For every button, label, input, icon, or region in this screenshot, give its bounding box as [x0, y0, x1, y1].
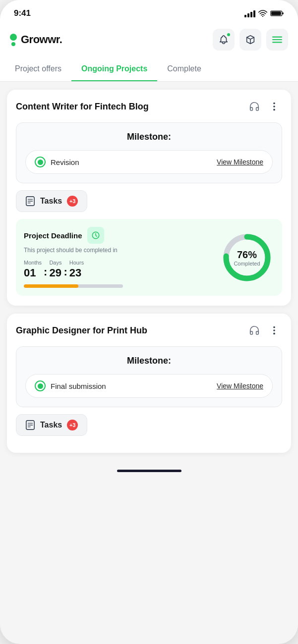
project-card-1: Content Writer for Fintech Blog: [7, 90, 291, 306]
project-1-milestone-circle: [35, 157, 46, 167]
project-1-donut-label: 76% Completed: [234, 249, 260, 266]
project-1-donut-chart: 76% Completed: [220, 230, 274, 285]
tasks-icon-2: [25, 420, 35, 430]
project-2-milestone-status: Final submission: [35, 380, 106, 391]
signal-icon: [244, 9, 255, 17]
project-1-progress-fill: [24, 284, 78, 288]
tab-complete[interactable]: Complete: [157, 57, 211, 82]
notification-button[interactable]: [213, 29, 235, 51]
home-indicator: [117, 470, 181, 472]
tab-project-offers[interactable]: Project offers: [5, 57, 71, 82]
logo-text: Growwr.: [21, 33, 62, 46]
project-2-more-icon[interactable]: [266, 322, 282, 338]
tab-ongoing-projects[interactable]: Ongoing Projects: [71, 57, 157, 82]
project-1-title: Content Writer for Fintech Blog: [16, 102, 149, 112]
logo-dot-bottom: [11, 42, 15, 46]
project-2-headset-icon[interactable]: [246, 322, 262, 338]
project-2-milestone-row: Final submission View Milestone: [25, 374, 273, 398]
project-1-completed-label: Completed: [234, 260, 260, 266]
header: Growwr.: [0, 24, 298, 57]
status-time: 9:41: [14, 8, 31, 18]
project-1-countdown: Months 01 : Days 29 : Hours 23: [24, 260, 220, 279]
svg-rect-3: [271, 11, 281, 15]
svg-point-17: [273, 326, 275, 328]
project-2-tasks-badge: +3: [67, 420, 78, 430]
menu-button[interactable]: [266, 29, 288, 51]
project-2-view-milestone-button[interactable]: View Milestone: [217, 382, 263, 390]
svg-point-7: [273, 103, 275, 105]
project-1-progress-bar: [24, 284, 123, 288]
main-content: Content Writer for Fintech Blog: [0, 82, 298, 461]
phone-frame: 9:41: [0, 0, 298, 644]
logo-dot-top: [10, 34, 17, 41]
project-1-deadline-subtitle: This project should be completed in: [24, 247, 220, 254]
project-2-milestone-circle: [35, 380, 46, 391]
svg-point-0: [262, 16, 263, 17]
box-button[interactable]: [239, 29, 261, 51]
project-1-deadline-title: Project Deadline: [24, 231, 82, 240]
project-1-completed-pct: 76%: [234, 249, 260, 260]
project-1-milestone-box: Milestone: Revision View Milestone: [16, 122, 282, 183]
project-2-milestone-label: Milestone:: [25, 356, 273, 366]
countdown-days: Days 29: [49, 260, 61, 279]
project-1-milestone-status: Revision: [35, 157, 79, 167]
status-bar: 9:41: [0, 0, 298, 24]
logo-icon: [10, 34, 17, 46]
project-1-tasks-button[interactable]: Tasks +3: [16, 190, 87, 212]
project-1-milestone-label: Milestone:: [25, 132, 273, 142]
project-2-milestone-text: Final submission: [51, 382, 106, 390]
project-2-title: Graphic Designer for Print Hub: [16, 325, 147, 336]
project-2-actions: [246, 322, 282, 338]
project-1-view-milestone-button[interactable]: View Milestone: [217, 158, 263, 166]
project-1-clock-icon-bg: [87, 227, 104, 244]
hamburger-icon: [272, 36, 283, 44]
project-1-more-icon[interactable]: [266, 99, 282, 114]
project-1-tasks-badge: +3: [67, 196, 78, 207]
project-card-1-header: Content Writer for Fintech Blog: [16, 99, 282, 114]
tasks-icon: [25, 196, 35, 207]
countdown-months: Months 01: [24, 260, 42, 279]
notification-badge: [226, 32, 231, 37]
status-icons: [244, 9, 284, 17]
svg-point-9: [273, 109, 275, 111]
project-1-deadline-header: Project Deadline: [24, 227, 220, 244]
svg-rect-2: [282, 12, 283, 14]
project-card-2-header: Graphic Designer for Print Hub: [16, 322, 282, 338]
project-1-milestone-text: Revision: [51, 158, 79, 166]
tabs: Project offers Ongoing Projects Complete: [0, 57, 298, 82]
project-2-tasks-label: Tasks: [40, 421, 62, 429]
svg-point-19: [273, 333, 275, 335]
logo: Growwr.: [10, 33, 62, 46]
project-1-tasks-label: Tasks: [40, 197, 62, 206]
project-2-milestone-box: Milestone: Final submission View Milesto…: [16, 346, 282, 407]
svg-point-8: [273, 106, 275, 107]
project-1-deadline-section: Project Deadline This project should be …: [16, 219, 282, 296]
box-icon: [245, 34, 256, 45]
project-card-2: Graphic Designer for Print Hub: [7, 314, 291, 453]
project-1-headset-icon[interactable]: [246, 99, 262, 114]
project-2-tasks-button[interactable]: Tasks +3: [16, 414, 87, 436]
svg-point-18: [273, 329, 275, 331]
project-1-deadline-left: Project Deadline This project should be …: [24, 227, 220, 288]
header-icons: [213, 29, 288, 51]
battery-icon: [270, 10, 284, 17]
project-1-actions: [246, 99, 282, 114]
clock-icon: [91, 231, 100, 240]
project-1-milestone-row: Revision View Milestone: [25, 150, 273, 174]
wifi-icon: [258, 10, 267, 17]
countdown-hours: Hours 23: [69, 260, 84, 279]
